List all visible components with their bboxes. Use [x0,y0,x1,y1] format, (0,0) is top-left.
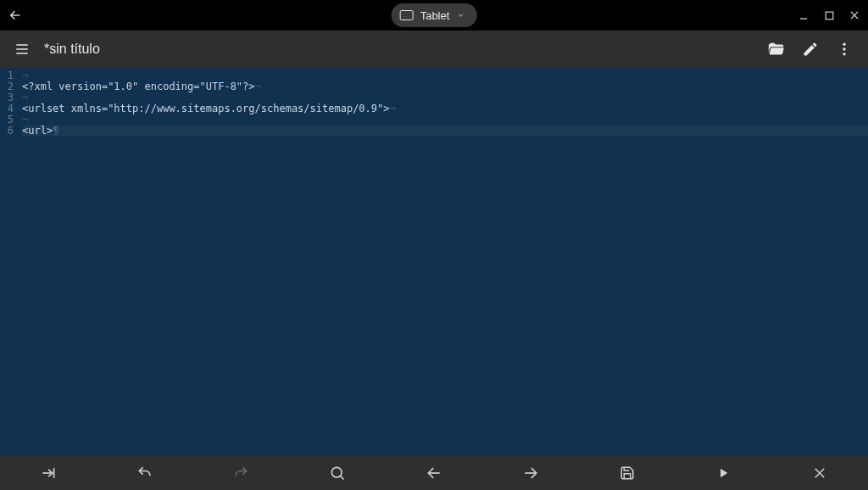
next-button[interactable] [482,456,579,490]
svg-point-1 [843,43,845,46]
device-label: Tablet [420,9,450,22]
svg-point-4 [332,467,342,477]
menu-button[interactable] [7,34,37,64]
close-window-button[interactable] [846,7,863,24]
chevron-down-icon [456,11,465,19]
svg-rect-0 [826,12,833,19]
eol-icon: ¬ [255,81,261,92]
svg-point-2 [843,47,845,50]
previous-button[interactable] [386,456,482,490]
overflow-menu-button[interactable] [827,32,861,66]
system-bar: Tablet [0,0,868,31]
svg-point-3 [843,53,845,55]
code-text: <urlset xmlns="http://www.sitemaps.org/s… [22,103,389,114]
code-line[interactable]: ¬ [22,114,868,125]
save-button[interactable] [579,456,676,490]
caret-icon: ¶ [53,125,58,136]
device-selector[interactable]: Tablet [392,3,477,27]
window-controls [795,0,863,31]
app-toolbar: *sin título [0,31,868,68]
bottom-toolbar [0,456,868,490]
maximize-button[interactable] [821,7,837,24]
code-line[interactable]: <urlset xmlns="http://www.sitemaps.org/s… [22,103,868,114]
code-text: <?xml version="1.0" encoding="UTF-8"?> [22,81,255,92]
open-file-button[interactable] [760,32,793,66]
search-button[interactable] [289,456,386,490]
close-button[interactable] [771,456,868,490]
eol-icon: ¬ [389,103,395,114]
code-editor[interactable]: 123456 ¬<?xml version="1.0" encoding="UT… [0,68,868,456]
code-text: <url> [22,125,53,136]
code-content[interactable]: ¬<?xml version="1.0" encoding="UTF-8"?>¬… [17,68,868,456]
indent-button[interactable] [0,456,97,490]
code-line[interactable]: <?xml version="1.0" encoding="UTF-8"?>¬ [22,81,868,92]
tablet-icon [400,10,414,20]
eol-icon: ¬ [22,92,28,103]
document-title: *sin título [44,42,100,57]
run-button[interactable] [675,456,771,490]
back-button[interactable] [0,0,31,31]
eol-icon: ¬ [22,114,28,125]
edit-button[interactable] [793,32,827,66]
minimize-button[interactable] [795,7,812,24]
eol-icon: ¬ [22,70,28,81]
redo-button[interactable] [193,456,290,490]
code-line[interactable]: <url>¶ [22,125,868,136]
undo-button[interactable] [97,456,193,490]
